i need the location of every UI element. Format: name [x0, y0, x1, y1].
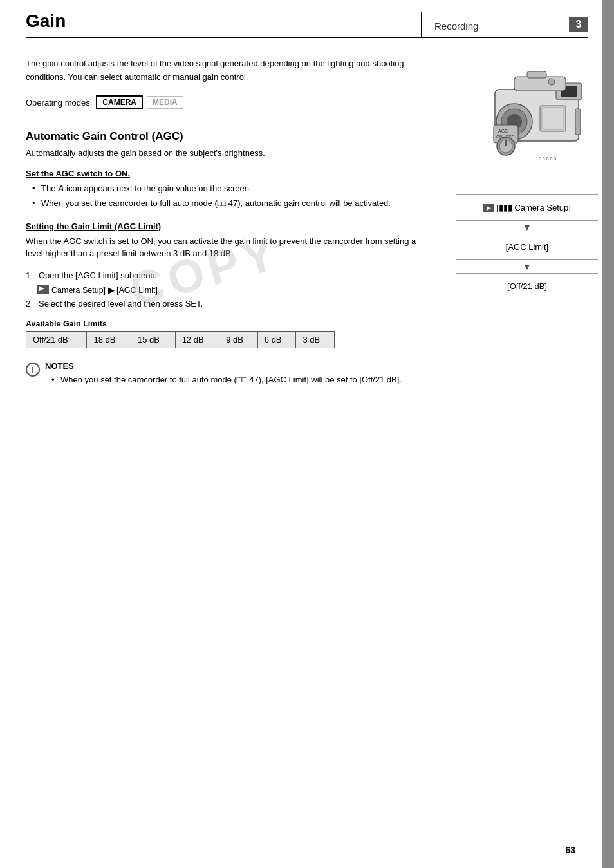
content-left: The gain control adjusts the level of th…	[26, 38, 434, 838]
page-title: Gain	[26, 12, 421, 37]
section-label: Recording	[434, 21, 559, 32]
page-wrapper: COPY Gain Recording 3 The gain control a…	[0, 0, 614, 868]
gain-cell-6: 3 dB	[296, 332, 335, 348]
agc-subtext: Automatically adjusts the gain based on …	[26, 147, 421, 160]
step-1-text: Open the [AGC Limit] submenu.	[39, 269, 421, 283]
agc-heading: Automatic Gain Control (AGC)	[26, 130, 421, 143]
page-title-area: Gain	[26, 12, 421, 37]
right-sidebar-bar	[602, 0, 614, 868]
notes-bullets: When you set the camcorder to full auto …	[45, 373, 421, 386]
operating-modes: Operating modes: CAMERA MEDIA	[26, 95, 421, 109]
menu-path: Camera Setup] ▶ [AGC Limit]	[37, 285, 421, 295]
page-number: 3	[569, 17, 588, 32]
camera-mode-badge: CAMERA	[96, 95, 143, 109]
operating-modes-label: Operating modes:	[26, 98, 92, 108]
agc-bullets: The A icon appears next to the gain valu…	[26, 182, 421, 210]
step-1: 1 Open the [AGC Limit] submenu.	[26, 269, 421, 283]
svg-point-18	[548, 79, 555, 85]
notes-icon: i	[26, 363, 40, 377]
gain-cell-4: 9 dB	[219, 332, 258, 348]
menu-diagram-off21-label: [Off/21 dB]	[507, 281, 547, 291]
menu-arrow-2: ▼	[456, 260, 598, 273]
gain-table: Off/21 dB 18 dB 15 dB 12 dB 9 dB 6 dB 3 …	[26, 331, 335, 348]
media-mode-badge: MEDIA	[147, 96, 183, 109]
menu-diagram-camera-setup-label: ▶[▮▮▮ Camera Setup]	[483, 203, 571, 212]
gain-cell-0: Off/21 dB	[26, 332, 87, 348]
svg-rect-6	[514, 77, 566, 91]
notes-content: NOTES When you set the camcorder to full…	[45, 361, 421, 395]
step-1-num: 1	[26, 269, 35, 283]
main-content: The gain control adjusts the level of th…	[26, 38, 614, 838]
menu-diagram-off21: [Off/21 dB]	[456, 273, 598, 299]
gain-limit-text: When the AGC switch is set to ON, you ca…	[26, 235, 421, 260]
svg-rect-16	[542, 108, 564, 129]
step-list: 1 Open the [AGC Limit] submenu. Camera S…	[26, 269, 421, 311]
content-right: AGC ON••OFF 0 0 0 0 0	[434, 38, 614, 838]
camera-image-area: AGC ON••OFF 0 0 0 0 0	[456, 51, 598, 182]
gain-cell-1: 18 dB	[87, 332, 131, 348]
svg-text:AGC: AGC	[498, 129, 508, 133]
svg-rect-14	[575, 109, 581, 135]
svg-rect-7	[527, 71, 546, 78]
notes-section: i NOTES When you set the camcorder to fu…	[26, 361, 421, 395]
notes-title: NOTES	[45, 361, 421, 371]
gain-limit-heading: Setting the Gain Limit (AGC Limit)	[26, 222, 421, 231]
menu-diagram-agc-limit: [AGC Limit]	[456, 234, 598, 260]
page-header: Gain Recording 3	[26, 0, 588, 38]
step-2-num: 2	[26, 297, 35, 311]
gain-cell-2: 15 dB	[131, 332, 176, 348]
menu-diagram-camera-setup: ▶[▮▮▮ Camera Setup]	[456, 194, 598, 221]
gain-limits-label: Available Gain Limits	[26, 319, 421, 328]
step-2-text: Select the desired level and then press …	[39, 297, 421, 311]
gain-cell-3: 12 dB	[175, 332, 219, 348]
page-bottom: 63	[0, 838, 614, 868]
step-2: 2 Select the desired level and then pres…	[26, 297, 421, 311]
menu-arrow-1: ▼	[456, 221, 598, 234]
notes-bullet-1: When you set the camcorder to full auto …	[51, 373, 421, 386]
header-right: Recording 3	[421, 12, 588, 37]
menu-diagram-agc-limit-label: [AGC Limit]	[506, 242, 548, 252]
set-agc-heading: Set the AGC switch to ON.	[26, 169, 421, 178]
intro-text: The gain control adjusts the level of th…	[26, 57, 421, 84]
page-num-bottom: 63	[565, 845, 575, 855]
bullet-item-2: When you set the camcorder to full auto …	[32, 197, 421, 210]
camera-setup-icon	[37, 285, 49, 294]
gain-cell-5: 6 dB	[257, 332, 296, 348]
svg-text:0 0 0 0 0: 0 0 0 0 0	[539, 156, 556, 161]
menu-diagram: ▶[▮▮▮ Camera Setup] ▼ [AGC Limit] ▼ [Off…	[456, 194, 598, 299]
camera-svg: AGC ON••OFF 0 0 0 0 0	[456, 51, 598, 180]
bullet-item-1: The A icon appears next to the gain valu…	[32, 182, 421, 195]
step-1-menu: Camera Setup] ▶ [AGC Limit]	[51, 285, 158, 295]
